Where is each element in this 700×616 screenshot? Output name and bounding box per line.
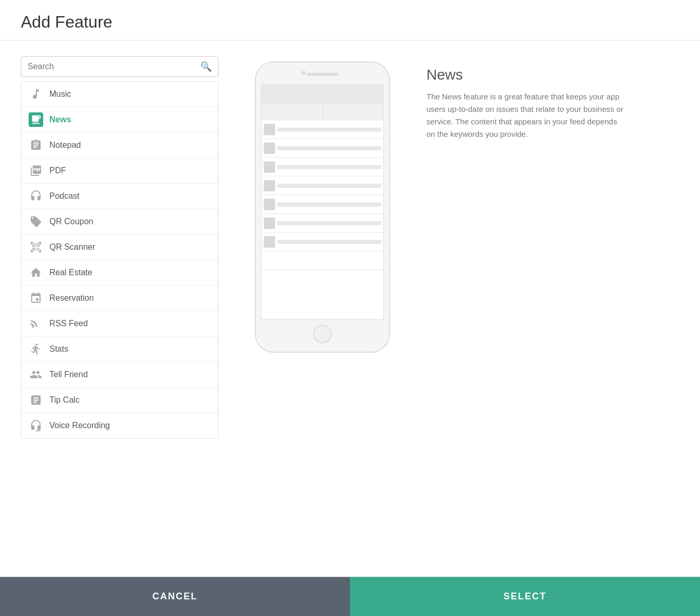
news-row (262, 139, 383, 158)
news-icon (29, 112, 43, 127)
news-thumb (264, 199, 275, 210)
feature-label-news: News (49, 115, 71, 124)
feature-item-qr-coupon[interactable]: QR Coupon (21, 209, 218, 235)
phone-home-button (313, 325, 332, 343)
feature-item-reservation[interactable]: Reservation (21, 286, 218, 311)
select-button[interactable]: SELECT (350, 577, 700, 616)
feature-label-notepad: Notepad (49, 140, 81, 150)
screen-tabs (262, 104, 383, 120)
feature-label-stats: Stats (49, 344, 68, 354)
real-estate-icon (29, 265, 43, 280)
news-thumb (264, 124, 275, 135)
feature-item-pdf[interactable]: PDF (21, 158, 218, 184)
feature-label-qr-coupon: QR Coupon (49, 217, 94, 226)
qr-scanner-icon (29, 240, 43, 254)
feature-item-qr-scanner[interactable]: QR Scanner (21, 235, 218, 260)
feature-label-reservation: Reservation (49, 293, 94, 303)
phone-mockup (255, 61, 390, 353)
news-line (277, 146, 381, 150)
feature-label-music: Music (49, 89, 71, 99)
feature-label-tell-friend: Tell Friend (49, 370, 88, 379)
news-line (277, 240, 381, 244)
left-panel: 🔍 Music News (21, 56, 218, 561)
feature-detail-description: The News feature is a great feature that… (426, 91, 624, 140)
main-content: 🔍 Music News (0, 41, 700, 576)
center-panel (239, 56, 406, 561)
news-thumb (264, 236, 275, 248)
feature-item-tip-calc[interactable]: Tip Calc (21, 388, 218, 413)
feature-item-notepad[interactable]: Notepad (21, 133, 218, 158)
news-line (277, 202, 381, 207)
news-thumb (264, 143, 275, 154)
feature-item-podcast[interactable]: Podcast (21, 184, 218, 209)
news-thumb (264, 180, 275, 191)
feature-item-stats[interactable]: Stats (21, 337, 218, 362)
news-line (277, 184, 381, 188)
phone-camera (302, 71, 306, 75)
rss-icon (29, 316, 43, 331)
cancel-button[interactable]: CANCEL (0, 577, 350, 616)
news-row (262, 176, 383, 195)
news-line (277, 165, 381, 169)
news-row (262, 214, 383, 233)
feature-item-voice-recording[interactable]: Voice Recording (21, 413, 218, 438)
music-icon (29, 87, 43, 101)
news-thumb (264, 161, 275, 173)
pdf-icon (29, 163, 43, 178)
news-row (262, 120, 383, 139)
right-panel: News The News feature is a great feature… (426, 56, 679, 561)
screen-tab-1 (262, 104, 323, 120)
feature-label-pdf: PDF (49, 166, 66, 175)
podcast-icon (29, 189, 43, 203)
search-icon: 🔍 (200, 61, 212, 72)
feature-item-rss[interactable]: RSS Feed (21, 311, 218, 337)
feature-detail-title: News (426, 67, 679, 83)
search-input[interactable] (28, 62, 200, 71)
feature-list: Music News Notepad (21, 81, 218, 439)
footer: CANCEL SELECT (0, 576, 700, 616)
qr-coupon-icon (29, 214, 43, 229)
feature-item-tell-friend[interactable]: Tell Friend (21, 362, 218, 388)
notepad-icon (29, 138, 43, 152)
tip-calc-icon (29, 393, 43, 407)
feature-item-real-estate[interactable]: Real Estate (21, 260, 218, 286)
feature-label-rss: RSS Feed (49, 319, 88, 328)
feature-item-music[interactable]: Music (21, 82, 218, 107)
news-thumb (264, 217, 275, 229)
news-line (277, 127, 381, 132)
stats-icon (29, 342, 43, 356)
phone-speaker (307, 73, 338, 76)
search-box: 🔍 (21, 56, 218, 77)
feature-label-tip-calc: Tip Calc (49, 395, 80, 405)
news-list (262, 120, 383, 319)
screen-header (262, 85, 383, 104)
feature-item-news[interactable]: News (21, 107, 218, 133)
feature-label-qr-scanner: QR Scanner (49, 242, 95, 252)
page-title: Add Feature (21, 12, 679, 32)
news-row (262, 195, 383, 214)
news-line (277, 221, 381, 225)
tell-friend-icon (29, 367, 43, 382)
news-row (262, 233, 383, 251)
feature-label-real-estate: Real Estate (49, 268, 93, 277)
feature-label-podcast: Podcast (49, 191, 80, 201)
voice-recording-icon (29, 418, 43, 433)
screen-tab-2 (323, 104, 384, 120)
page-header: Add Feature (0, 0, 700, 41)
feature-label-voice-recording: Voice Recording (49, 421, 110, 430)
news-row (262, 158, 383, 176)
news-row (262, 251, 383, 270)
phone-screen (261, 84, 384, 319)
reservation-icon (29, 291, 43, 305)
